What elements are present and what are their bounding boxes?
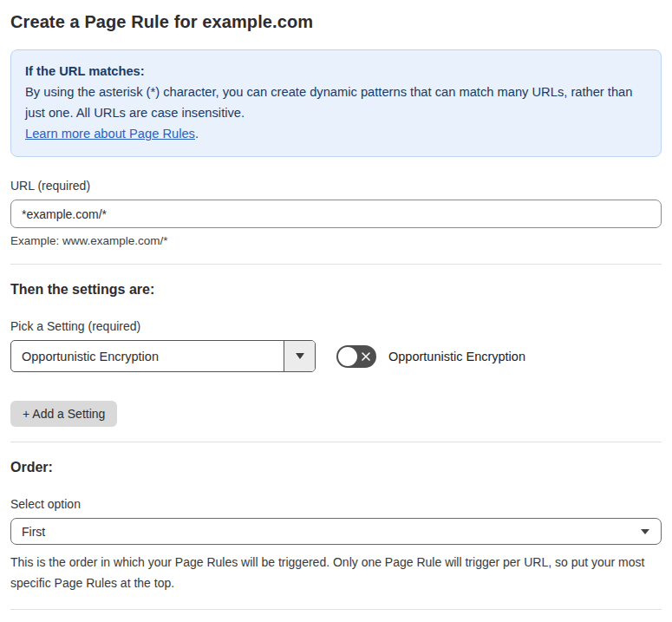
setting-dropdown-value: Opportunistic Encryption: [11, 341, 284, 371]
order-select-value: First: [22, 525, 45, 539]
divider: [10, 609, 662, 610]
order-select-label: Select option: [10, 497, 662, 511]
page-title: Create a Page Rule for example.com: [10, 12, 662, 32]
settings-section-heading: Then the settings are:: [10, 282, 662, 298]
info-box-heading: If the URL matches:: [25, 61, 647, 82]
divider: [10, 264, 662, 265]
toggle-label: Opportunistic Encryption: [388, 350, 525, 363]
setting-picker-row: Opportunistic Encryption Opportunistic E…: [10, 340, 662, 372]
setting-dropdown-button[interactable]: [284, 341, 315, 371]
divider: [10, 442, 662, 442]
add-setting-button[interactable]: + Add a Setting: [10, 401, 117, 427]
order-helper-text: This is the order in which your Page Rul…: [10, 552, 656, 593]
setting-toggle-group: Opportunistic Encryption: [336, 345, 525, 368]
caret-down-icon: [296, 353, 304, 359]
learn-more-link[interactable]: Learn more about Page Rules: [25, 127, 195, 141]
setting-dropdown[interactable]: Opportunistic Encryption: [10, 340, 316, 372]
caret-down-icon: [641, 529, 649, 534]
create-page-rule-form: Create a Page Rule for example.com If th…: [0, 0, 672, 622]
toggle-knob: [338, 347, 357, 366]
url-matches-info-box: If the URL matches: By using the asteris…: [10, 49, 662, 157]
url-input[interactable]: [10, 200, 662, 228]
x-icon: [361, 351, 371, 362]
order-select[interactable]: First: [10, 518, 662, 545]
opportunistic-encryption-toggle[interactable]: [336, 345, 376, 368]
url-example-helper: Example: www.example.com/*: [10, 234, 662, 247]
info-box-link-line: Learn more about Page Rules.: [25, 123, 647, 144]
link-suffix: .: [195, 127, 199, 141]
info-box-body: By using the asterisk (*) character, you…: [25, 82, 647, 123]
pick-setting-label: Pick a Setting (required): [10, 319, 662, 333]
url-field-label: URL (required): [10, 179, 662, 193]
order-section-heading: Order:: [10, 460, 662, 475]
